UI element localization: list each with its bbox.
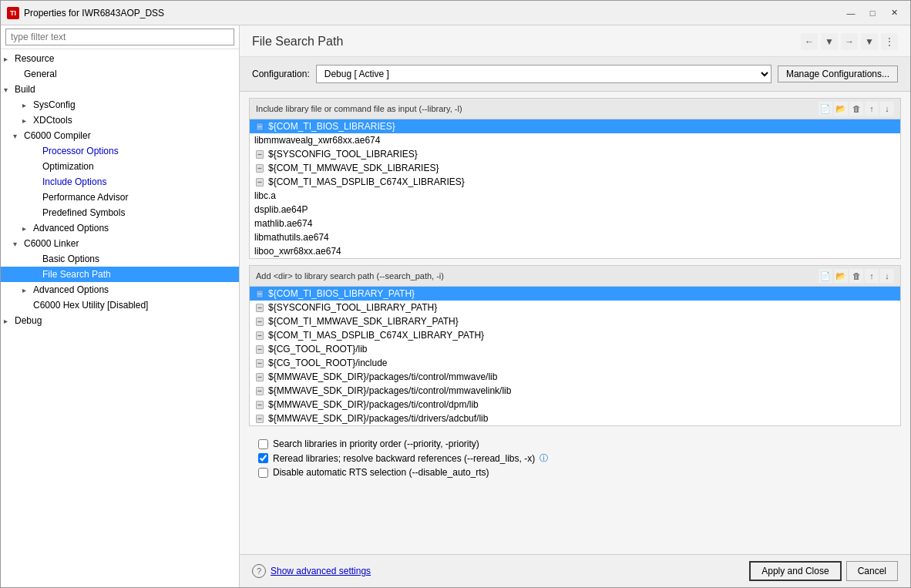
tree-label: Advanced Options [33,223,109,234]
tree-item-advanced-linker[interactable]: ▸ Advanced Options [1,282,239,297]
config-select[interactable]: Debug [ Active ] [316,65,771,83]
list-item[interactable]: ⋯ ${COM_TI_MAS_DSPLIB_C674X_LIBRARY_PATH… [250,328,900,342]
add-file-button[interactable]: 📄 [819,102,832,116]
disable-rts-checkbox[interactable] [258,468,268,478]
reread-label: Reread libraries; resolve backward refer… [273,453,535,464]
expand-icon: ▸ [22,116,33,125]
config-row: Configuration: Debug [ Active ] Manage C… [240,57,910,92]
filter-input[interactable] [5,29,234,45]
tree-label: SysConfig [33,99,76,110]
expand-icon: ▾ [13,240,24,248]
expand-icon: ▸ [22,224,33,233]
tree-item-filesearch[interactable]: File Search Path [1,267,239,282]
list-item[interactable]: ⋯ ${MMWAVE_SDK_DIR}/packages/ti/drivers/… [250,412,900,425]
list-item-text: ${COM_TI_BIOS_LIBRARY_PATH} [268,288,415,299]
minimize-button[interactable]: — [841,5,861,22]
app-icon: TI [7,7,19,19]
nav-forward-button[interactable]: → [841,33,858,50]
expand-icon: ▾ [13,132,24,140]
right-panel: File Search Path ← ▼ → ▼ ⋮ Configuration… [240,25,910,587]
tree-item-general[interactable]: General [1,66,239,82]
list-item[interactable]: liboo_xwr68xx.ae674 [250,244,900,258]
list-item-text: ${MMWAVE_SDK_DIR}/packages/ti/drivers/ad… [268,413,488,424]
list-item[interactable]: ⋯ ${CG_TOOL_ROOT}/lib [250,342,900,356]
list-item-text: dsplib.ae64P [254,204,308,215]
list-item[interactable]: ⋯ ${SYSCONFIG_TOOL_LIBRARIES} [250,147,900,161]
tree-item-predefined[interactable]: Predefined Symbols [1,205,239,220]
tree-item-xdctools[interactable]: ▸ XDCtools [1,113,239,128]
nav-dropdown-button[interactable]: ▼ [821,33,838,50]
reread-checkbox[interactable] [258,453,268,463]
tree-label: Include Options [42,176,106,187]
move-down2-button[interactable]: ↓ [880,269,894,283]
tree-item-include[interactable]: Include Options [1,174,239,190]
list-item[interactable]: ⋯ ${MMWAVE_SDK_DIR}/packages/ti/control/… [250,370,900,384]
list-item[interactable]: libmmwavealg_xwr68xx.ae674 [250,133,900,147]
move-down-button[interactable]: ↓ [880,102,894,116]
item-icon: ⋯ [254,359,265,367]
list-item[interactable]: ⋯ ${CG_TOOL_ROOT}/include [250,356,900,370]
help-icon[interactable]: ? [252,564,266,578]
tree-item-c6000hex[interactable]: C6000 Hex Utility [Disabled] [1,297,239,313]
tree-item-processor[interactable]: Processor Options [1,143,239,159]
list-item[interactable]: ⋯ ${MMWAVE_SDK_DIR}/packages/ti/control/… [250,398,900,412]
list-item[interactable]: dsplib.ae64P [250,203,900,217]
list-item-text: ${MMWAVE_SDK_DIR}/packages/ti/control/mm… [268,371,497,382]
cancel-button[interactable]: Cancel [846,561,898,581]
expand-icon: ▾ [4,86,15,94]
nav-back-button[interactable]: ← [801,33,818,50]
delete2-button[interactable]: 🗑 [849,269,863,283]
tree-item-sysconfig[interactable]: ▸ SysConfig [1,97,239,113]
tree-label: Optimization [42,161,94,172]
list-item[interactable]: libmathutils.ae674 [250,230,900,244]
maximize-button[interactable]: □ [862,5,882,22]
list-item-text: libmathutils.ae674 [254,232,329,243]
list-item[interactable]: mathlib.ae674 [250,217,900,230]
tree-item-performance[interactable]: Performance Advisor [1,190,239,205]
add-workspace-button[interactable]: 📂 [834,102,848,116]
add-dir-button[interactable]: 📄 [819,269,832,283]
nav-dropdown2-button[interactable]: ▼ [861,33,878,50]
tree-item-resource[interactable]: ▸ Resource [1,51,239,66]
tree-item-advanced-compiler[interactable]: ▸ Advanced Options [1,220,239,236]
tree-item-c6000linker[interactable]: ▾ C6000 Linker [1,236,239,251]
section2-header: Add <dir> to library search path (--sear… [250,266,900,287]
close-button[interactable]: ✕ [884,5,904,22]
checkbox-priority-row: Search libraries in priority order (--pr… [258,438,892,449]
expand-icon: ▸ [4,317,15,325]
list-item[interactable]: ⋯ ${COM_TI_BIOS_LIBRARIES} [250,119,900,133]
manage-configurations-button[interactable]: Manage Configurations... [778,66,898,82]
tree-item-c6000compiler[interactable]: ▾ C6000 Compiler [1,128,239,143]
priority-checkbox[interactable] [258,439,268,449]
list-item[interactable]: ⋯ ${SYSCONFIG_TOOL_LIBRARY_PATH} [250,301,900,314]
list-item[interactable]: ⋯ ${COM_TI_MAS_DSPLIB_C674X_LIBRARIES} [250,175,900,189]
list-item-text: ${COM_TI_MAS_DSPLIB_C674X_LIBRARY_PATH} [268,330,484,341]
list-item-text: ${CG_TOOL_ROOT}/include [268,358,388,368]
tree-label: C6000 Linker [24,238,79,249]
tree-item-build[interactable]: ▾ Build [1,82,239,97]
move-up-button[interactable]: ↑ [865,102,879,116]
apply-close-button[interactable]: Apply and Close [749,561,841,581]
list-item[interactable]: ⋯ ${COM_TI_MMWAVE_SDK_LIBRARIES} [250,161,900,175]
show-advanced-link[interactable]: Show advanced settings [271,566,371,576]
list-item[interactable]: ⋯ ${COM_TI_MMWAVE_SDK_LIBRARY_PATH} [250,314,900,328]
tree-label: Debug [15,315,42,326]
expand-icon: ▸ [4,55,15,63]
tree-label: Build [15,84,35,95]
checkbox-reread-row: Reread libraries; resolve backward refer… [258,452,892,464]
more-button[interactable]: ⋮ [881,33,898,50]
tree-item-optimization[interactable]: Optimization [1,159,239,174]
list-item[interactable]: ⋯ ${COM_TI_BIOS_LIBRARY_PATH} [250,287,900,301]
tree-item-debug[interactable]: ▸ Debug [1,313,239,328]
item-icon: ⋯ [254,123,265,130]
delete-button[interactable]: 🗑 [849,102,863,116]
bottom-right: Apply and Close Cancel [749,561,898,581]
info-icon[interactable]: ⓘ [540,452,548,464]
add-workspace2-button[interactable]: 📂 [834,269,848,283]
tree-item-basic[interactable]: Basic Options [1,251,239,267]
list-item-text: mathlib.ae674 [254,218,312,229]
title-bar: TI Properties for IWR6843AOP_DSS — □ ✕ [1,1,910,25]
move-up2-button[interactable]: ↑ [865,269,879,283]
list-item[interactable]: libc.a [250,189,900,203]
list-item[interactable]: ⋯ ${MMWAVE_SDK_DIR}/packages/ti/control/… [250,384,900,398]
